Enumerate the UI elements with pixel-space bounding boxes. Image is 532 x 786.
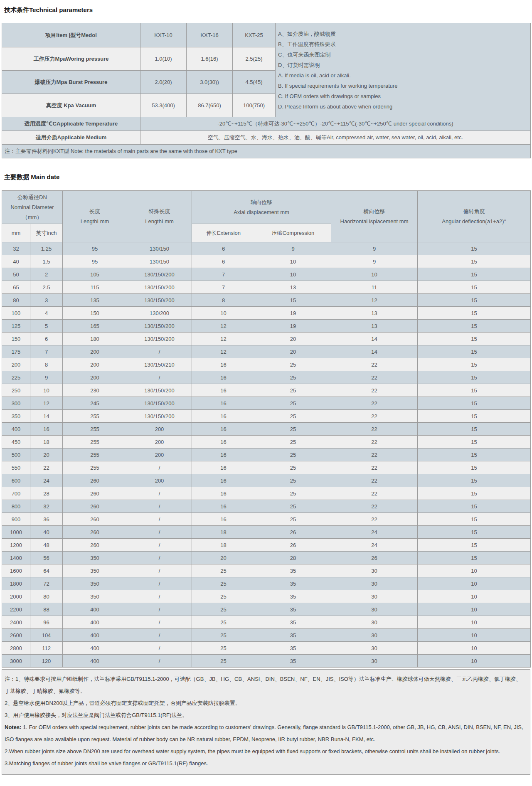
model-kxt-25: KXT-25 [233, 23, 276, 47]
table-cell: 30 [331, 590, 418, 603]
table-cell: 16 [192, 358, 255, 371]
table-row: 4001625520016252215 [2, 423, 531, 436]
table-cell: 19 [255, 307, 331, 320]
table-cell: 130/150/200 [127, 320, 192, 333]
table-cell: 15 [418, 513, 531, 526]
table-cell: 22 [331, 448, 418, 461]
table-cell: 10 [418, 590, 531, 603]
table-cell: 130/150/210 [127, 358, 192, 371]
table-row: 100040260/18262415 [2, 526, 531, 539]
item-model-header: 项目Item |型号Medol [2, 23, 140, 47]
table-cell: 20 [30, 448, 63, 461]
materials-footnote-row: 注：主要零件材料同KXT型 Note: the materials of mai… [2, 145, 531, 158]
table-cell: 30 [331, 577, 418, 590]
table-cell: 26 [331, 552, 418, 564]
table-cell: 9 [331, 255, 418, 268]
table-cell: 48 [30, 539, 63, 552]
table-cell: 10 [30, 384, 63, 397]
main-table-body: 321.2595130/15069915401.595130/150610915… [2, 242, 531, 668]
table-cell: / [127, 564, 192, 577]
table-cell: 15 [418, 294, 531, 307]
table-cell: 260 [63, 513, 127, 526]
mm-subheader: mm [2, 224, 30, 242]
technical-parameters-table: 项目Item |型号Medol KXT-10 KXT-16 KXT-25 A、如… [2, 23, 531, 158]
table-cell: 15 [418, 552, 531, 564]
table-cell: 30 [331, 655, 418, 668]
table-cell: 25 [192, 642, 255, 655]
table-cell: 22 [331, 474, 418, 487]
table-cell: 1600 [2, 564, 30, 577]
table-cell: 14 [331, 333, 418, 345]
table-cell: 22 [331, 358, 418, 371]
table-cell: 18 [30, 436, 63, 448]
table-cell: 400 [2, 423, 30, 436]
inch-subheader: 英寸inch [30, 224, 63, 242]
table-cell: 175 [2, 345, 30, 358]
table-cell: 260 [63, 539, 127, 552]
table-cell: 26 [255, 539, 331, 552]
table-cell: 25 [255, 371, 331, 384]
table-cell: 255 [63, 448, 127, 461]
table-cell: 19 [255, 320, 331, 333]
table-cell: 15 [418, 526, 531, 539]
table-row: 25010230130/150/20016252215 [2, 384, 531, 397]
table-cell: 400 [63, 616, 127, 629]
table-cell: 16 [192, 436, 255, 448]
table-row: 240096400/25353010 [2, 616, 531, 629]
table-cell: 24 [331, 526, 418, 539]
table-cell: 25 [255, 513, 331, 526]
table-row: 803135130/150/2008151215 [2, 294, 531, 307]
table-cell: 25 [255, 448, 331, 461]
table-cell: 15 [418, 358, 531, 371]
temperature-value: -20℃~+115℃（特殊可达-30℃~+250℃）-20℃~+115℃(-30… [140, 117, 531, 131]
table-cell: 130/200 [127, 307, 192, 320]
table-cell: 13 [255, 281, 331, 294]
table-cell: 2600 [2, 629, 30, 642]
table-cell: 35 [255, 629, 331, 642]
table-cell: 3.0(30)) [187, 71, 233, 94]
table-cell: 25 [255, 474, 331, 487]
table-row: 1004150130/20010191315 [2, 307, 531, 320]
table-cell: 12 [192, 333, 255, 345]
table-cell: 200 [127, 423, 192, 436]
table-cell: 10 [418, 629, 531, 642]
table-cell: 15 [418, 423, 531, 436]
table-cell: 15 [418, 345, 531, 358]
table-cell: 22 [331, 410, 418, 423]
table-cell: 15 [255, 294, 331, 307]
table-cell: 15 [418, 500, 531, 513]
table-cell: 350 [63, 564, 127, 577]
table-cell: 12 [192, 345, 255, 358]
table-cell: 24 [331, 539, 418, 552]
table-cell: 8 [192, 294, 255, 307]
ordering-note-line: A、如介质油，酸碱物质 [278, 29, 528, 39]
table-row: 140056350/20282615 [2, 552, 531, 564]
table-cell: 10 [418, 577, 531, 590]
header-line-zh: 轴向位移 [194, 197, 329, 207]
table-cell: 165 [63, 320, 127, 333]
table-row: 120048260/18262415 [2, 539, 531, 552]
table-cell: 112 [30, 642, 63, 655]
table-row: 55022255/16252215 [2, 461, 531, 474]
table-cell: 700 [2, 487, 30, 500]
table-cell: 2200 [2, 603, 30, 616]
table-row: 1757200/12201415 [2, 345, 531, 358]
table-cell: 400 [63, 655, 127, 668]
header-line-en: Axial displacement mm [194, 207, 329, 217]
table-cell: 4 [30, 307, 63, 320]
table-cell: 4.5(45) [233, 71, 276, 94]
table-cell: 15 [418, 242, 531, 255]
table-cell: 15 [418, 436, 531, 448]
table-cell: 2 [30, 268, 63, 281]
table-cell: 15 [418, 539, 531, 552]
table-cell: 8 [30, 358, 63, 371]
table-cell: 20 [192, 552, 255, 564]
table-cell: 3000 [2, 655, 30, 668]
header-line-zh: 偏转角度 [419, 207, 529, 217]
applicable-medium-row: 适用介质Applicable Medium 空气、压缩空气、水、海水、热水、油、… [2, 131, 531, 145]
table-row: 4501825520016252215 [2, 436, 531, 448]
table-row: 2600104400/25353010 [2, 629, 531, 642]
technical-parameters-title: 技术条件Technical parameters [2, 0, 530, 14]
table-cell: 3 [30, 294, 63, 307]
row-label: 真空度 Kpa Vacuum [2, 94, 140, 117]
